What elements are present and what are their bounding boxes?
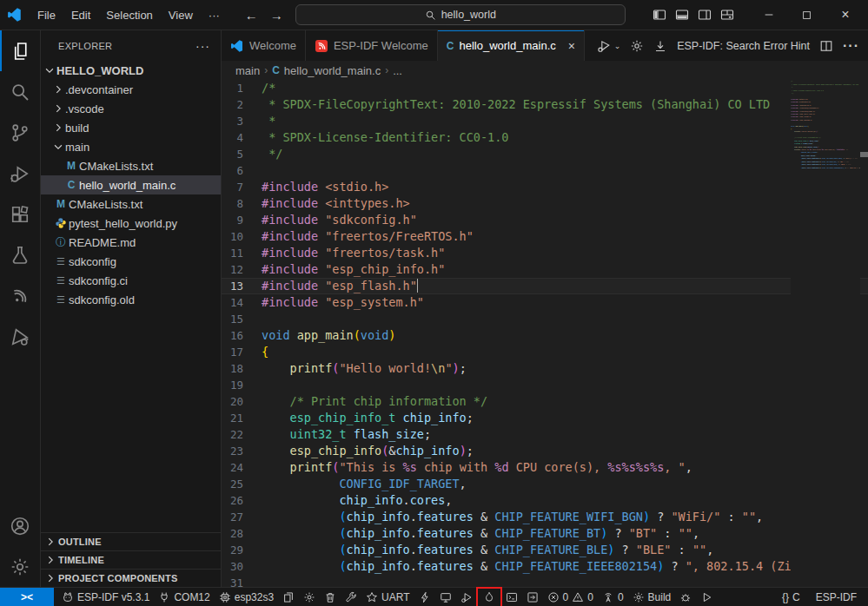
esp-idf-search-error-hint[interactable]: ESP-IDF: Search Error Hint	[677, 40, 810, 52]
file-cmakelists-txt[interactable]: MCMakeLists.txt	[41, 194, 221, 214]
minimap[interactable]: /* * SPDX-FileCopyrightText: 2010-2022 E…	[791, 80, 860, 587]
folder-main[interactable]: main	[41, 137, 221, 156]
status-cmake-build[interactable]: Build	[628, 588, 676, 606]
folder--devcontainer[interactable]: .devcontainer	[41, 80, 221, 99]
code-line-15[interactable]: 15	[222, 311, 868, 327]
activitybar-testing[interactable]	[0, 234, 40, 275]
command-center-search[interactable]: hello_world	[295, 4, 626, 25]
editor-more-actions-icon[interactable]: ···	[843, 38, 859, 54]
code-line-1[interactable]: 1/*	[222, 80, 868, 96]
status-rainmaker[interactable]: 0	[598, 588, 628, 606]
code-line-30[interactable]: 30 (chip_info.features & CHIP_FEATURE_IE…	[222, 558, 868, 575]
code-line-27[interactable]: 27 (chip_info.features & CHIP_FEATURE_WI…	[222, 509, 868, 525]
code-line-16[interactable]: 16void app_main(void)	[222, 327, 868, 344]
status-debug-status[interactable]	[675, 588, 696, 606]
window-close-button[interactable]: ×	[828, 2, 863, 28]
breadcrumb-file[interactable]: hello_world_main.c	[284, 64, 381, 77]
section-outline[interactable]: OUTLINE	[41, 532, 221, 550]
toggle-sidebar-icon[interactable]	[653, 8, 666, 22]
code-line-13[interactable]: 13#include "esp_flash.h"	[222, 278, 868, 294]
install-download-icon[interactable]	[653, 39, 667, 53]
tab-hello-world-main[interactable]: C hello_world_main.c ×	[438, 30, 585, 61]
status-remote-indicator[interactable]: ><	[0, 588, 54, 606]
status-language-mode[interactable]: {}C	[778, 588, 805, 606]
status-build-flash-monitor[interactable]	[477, 588, 501, 606]
activitybar-source-control[interactable]	[0, 112, 40, 153]
window-maximize-button[interactable]	[790, 2, 825, 28]
code-line-4[interactable]: 4 * SPDX-License-Identifier: CC0-1.0	[222, 129, 868, 146]
status-problems[interactable]: 00	[543, 588, 598, 606]
activitybar-esp-idf-tools[interactable]	[0, 316, 40, 357]
breadcrumb[interactable]: main › C hello_world_main.c › ...	[222, 61, 868, 80]
status-debug-device[interactable]	[456, 588, 477, 606]
code-line-7[interactable]: 7#include <stdio.h>	[222, 179, 868, 195]
menu-selection[interactable]: Selection	[98, 6, 160, 24]
code-line-5[interactable]: 5 */	[222, 146, 868, 162]
menu-view[interactable]: View	[161, 6, 201, 24]
tab-esp-idf-welcome[interactable]: ESP-IDF Welcome	[306, 30, 438, 61]
code-line-19[interactable]: 19	[222, 377, 868, 393]
run-dropdown-chevron-icon[interactable]: ⌄	[614, 42, 621, 50]
status-custom-task[interactable]	[341, 588, 361, 606]
tab-welcome[interactable]: Welcome	[222, 30, 306, 61]
code-line-23[interactable]: 23 esp_chip_info(&chip_info);	[222, 443, 868, 459]
activitybar-explorer[interactable]	[0, 30, 40, 71]
window-minimize-button[interactable]	[752, 2, 786, 28]
menu-file[interactable]: File	[30, 6, 63, 24]
status-esp-idf-version[interactable]: ESP-IDF v5.3.1	[57, 588, 154, 606]
code-line-9[interactable]: 9#include "sdkconfig.h"	[222, 212, 868, 228]
code-line-28[interactable]: 28 (chip_info.features & CHIP_FEATURE_BT…	[222, 525, 868, 542]
status-flash[interactable]	[414, 588, 435, 606]
section-timeline[interactable]: TIMELINE	[41, 550, 221, 569]
file-sdkconfig-ci[interactable]: ☰sdkconfig.ci	[41, 271, 221, 290]
activitybar-accounts[interactable]	[0, 505, 40, 546]
code-line-21[interactable]: 21 esp_chip_info_t chip_info;	[222, 410, 868, 426]
tab-close-icon[interactable]: ×	[568, 39, 575, 53]
menu-overflow[interactable]: ···	[201, 6, 228, 24]
code-line-3[interactable]: 3 *	[222, 113, 868, 129]
menu-edit[interactable]: Edit	[63, 6, 98, 24]
toggle-secondary-sidebar-icon[interactable]	[698, 8, 712, 22]
status-flash-method[interactable]: UART	[361, 588, 414, 606]
status-run-status[interactable]	[696, 588, 717, 606]
activitybar-extensions[interactable]	[0, 194, 40, 234]
code-line-18[interactable]: 18 printf("Hello world!\n");	[222, 360, 868, 377]
code-line-6[interactable]: 6	[222, 162, 868, 179]
nav-forward-icon[interactable]: →	[270, 8, 283, 23]
code-line-17[interactable]: 17{	[222, 344, 868, 360]
file-readme-md[interactable]: ⓘREADME.md	[41, 233, 221, 252]
code-line-8[interactable]: 8#include <inttypes.h>	[222, 195, 868, 212]
status-full-clean[interactable]	[320, 588, 341, 606]
status-idf-terminal[interactable]	[501, 588, 522, 606]
code-line-12[interactable]: 12#include "esp_chip_info.h"	[222, 261, 868, 278]
code-line-20[interactable]: 20 /* Print chip information */	[222, 393, 868, 410]
code-line-24[interactable]: 24 printf("This is %s chip with %d CPU c…	[222, 459, 868, 476]
status-device-target[interactable]: esp32s3	[215, 588, 278, 606]
code-line-25[interactable]: 25 CONFIG_IDF_TARGET,	[222, 476, 868, 492]
code-line-11[interactable]: 11#include "freertos/task.h"	[222, 245, 868, 261]
overview-ruler[interactable]	[860, 80, 868, 587]
code-line-14[interactable]: 14#include "esp_system.h"	[222, 294, 868, 311]
run-or-debug-icon[interactable]	[597, 39, 611, 53]
customize-layout-icon[interactable]	[720, 8, 734, 22]
activitybar-run-and-debug[interactable]	[0, 153, 40, 194]
code-line-2[interactable]: 2 * SPDX-FileCopyrightText: 2010-2022 Es…	[222, 96, 868, 113]
status-menuconfig[interactable]	[299, 588, 320, 606]
split-editor-icon[interactable]	[819, 39, 833, 53]
activitybar-esp-idf-explorer[interactable]	[0, 275, 40, 316]
code-line-26[interactable]: 26 chip_info.cores,	[222, 492, 868, 509]
nav-back-icon[interactable]: ←	[245, 8, 258, 23]
tree-root-hello-world[interactable]: HELLO_WORLD	[41, 61, 221, 80]
toggle-panel-icon[interactable]	[675, 8, 689, 22]
status-serial-port[interactable]: COM12	[154, 588, 214, 606]
file-sdkconfig[interactable]: ☰sdkconfig	[41, 252, 221, 271]
breadcrumb-symbol-more[interactable]: ...	[393, 64, 402, 77]
activitybar-search[interactable]	[0, 71, 40, 112]
explorer-more-actions-icon[interactable]: ···	[195, 39, 210, 53]
code-editor[interactable]: 1/*2 * SPDX-FileCopyrightText: 2010-2022…	[222, 80, 868, 587]
breadcrumb-folder[interactable]: main	[235, 64, 260, 77]
code-line-10[interactable]: 10#include "freertos/FreeRTOS.h"	[222, 228, 868, 245]
code-line-29[interactable]: 29 (chip_info.features & CHIP_FEATURE_BL…	[222, 542, 868, 558]
folder-build[interactable]: build	[41, 118, 221, 137]
status-monitor-device[interactable]	[435, 588, 456, 606]
